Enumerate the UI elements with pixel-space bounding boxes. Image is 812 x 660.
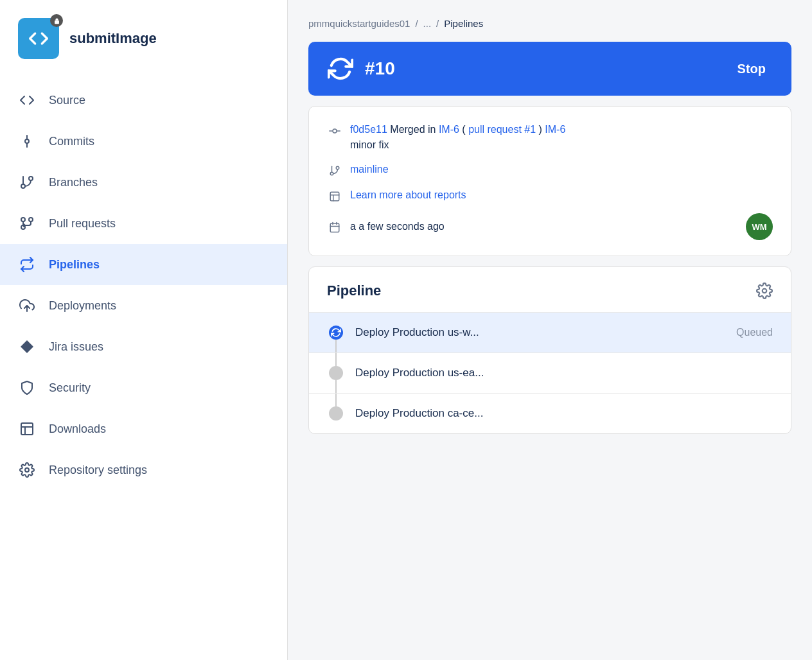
info-card: f0d5e11 Merged in IM-6 ( pull request #1… bbox=[308, 106, 791, 256]
stop-button[interactable]: Stop bbox=[730, 58, 773, 80]
sidebar-item-security[interactable]: Security bbox=[0, 367, 287, 408]
sidebar-nav: Source Commits Branches bbox=[0, 80, 287, 491]
reports-icon bbox=[327, 189, 342, 204]
sidebar-item-downloads-label: Downloads bbox=[49, 422, 106, 436]
pipeline-step-1[interactable]: Deploy Production us-w... Queued bbox=[309, 312, 791, 352]
security-icon bbox=[18, 379, 36, 397]
reports-info: Learn more about reports bbox=[350, 187, 466, 203]
step-2-label: Deploy Production us-ea... bbox=[355, 367, 763, 379]
breadcrumb: pmmquickstartguides01 / ... / Pipelines bbox=[308, 18, 791, 29]
pipeline-card: Pipeline bbox=[308, 266, 791, 434]
svg-marker-12 bbox=[21, 340, 33, 353]
sidebar-item-branches[interactable]: Branches bbox=[0, 162, 287, 203]
jira-icon bbox=[18, 338, 36, 356]
pipeline-header-card: #10 Stop bbox=[308, 42, 791, 96]
source-icon bbox=[18, 91, 36, 109]
branch-row: mainline bbox=[327, 162, 773, 178]
commit-row: f0d5e11 Merged in IM-6 ( pull request #1… bbox=[327, 122, 773, 153]
step-dot-pending-3 bbox=[329, 406, 343, 421]
breadcrumb-org[interactable]: pmmquickstartguides01 bbox=[308, 18, 410, 29]
timestamp-row: a a few seconds ago WM bbox=[327, 213, 773, 240]
pipeline-card-header: Pipeline bbox=[309, 282, 791, 312]
commit-desc: minor fix bbox=[350, 139, 389, 150]
sidebar-item-deployments-label: Deployments bbox=[49, 299, 116, 313]
pipeline-settings-button[interactable] bbox=[756, 282, 773, 299]
svg-point-16 bbox=[25, 468, 29, 472]
sidebar-item-pull-requests[interactable]: Pull requests bbox=[0, 203, 287, 244]
sidebar-item-pipelines-label: Pipelines bbox=[49, 258, 100, 272]
repo-settings-icon bbox=[18, 461, 36, 479]
svg-rect-0 bbox=[55, 20, 59, 24]
step-dot-container-2 bbox=[327, 366, 345, 380]
step-1-label: Deploy Production us-w... bbox=[355, 326, 726, 339]
branch-info: mainline bbox=[350, 162, 389, 177]
sidebar-item-jira-issues-label: Jira issues bbox=[49, 340, 103, 354]
svg-rect-13 bbox=[21, 423, 33, 435]
step-dot-pending-2 bbox=[329, 366, 343, 380]
commit-merged-text: Merged in bbox=[390, 124, 439, 135]
sidebar-item-source-label: Source bbox=[49, 94, 85, 107]
repo-name: submitImage bbox=[69, 30, 157, 47]
sidebar-item-repository-settings-label: Repository settings bbox=[49, 464, 147, 477]
branch-link[interactable]: mainline bbox=[350, 164, 389, 175]
sidebar-item-downloads[interactable]: Downloads bbox=[0, 408, 287, 449]
pr-link[interactable]: pull request #1 bbox=[468, 124, 536, 135]
sidebar-item-pull-requests-label: Pull requests bbox=[49, 217, 116, 230]
sidebar-item-commits[interactable]: Commits bbox=[0, 121, 287, 162]
sidebar-item-jira-issues[interactable]: Jira issues bbox=[0, 326, 287, 367]
pullrequests-icon bbox=[18, 214, 36, 232]
step-1-status: Queued bbox=[736, 327, 773, 338]
step-dot-running bbox=[329, 326, 343, 340]
breadcrumb-current: Pipelines bbox=[444, 18, 483, 29]
pipeline-card-title: Pipeline bbox=[327, 282, 381, 299]
reports-link[interactable]: Learn more about reports bbox=[350, 189, 466, 200]
svg-rect-23 bbox=[330, 192, 339, 201]
breadcrumb-sep2: / bbox=[436, 18, 439, 29]
commits-icon bbox=[18, 132, 36, 150]
sidebar-item-branches-label: Branches bbox=[49, 176, 98, 189]
pr-paren-close: ) bbox=[539, 124, 542, 135]
pipeline-step-3[interactable]: Deploy Production ca-ce... bbox=[309, 393, 791, 433]
commit-icon bbox=[327, 123, 342, 139]
reports-row: Learn more about reports bbox=[327, 187, 773, 204]
pipeline-steps: Deploy Production us-w... Queued Deploy … bbox=[309, 312, 791, 433]
svg-rect-26 bbox=[330, 223, 339, 232]
sidebar-item-deployments[interactable]: Deployments bbox=[0, 285, 287, 326]
commit-hash-link[interactable]: f0d5e11 bbox=[350, 124, 387, 135]
pipeline-header-left: #10 bbox=[326, 55, 395, 83]
svg-point-30 bbox=[763, 289, 767, 293]
svg-point-17 bbox=[333, 129, 337, 133]
pipeline-number: #10 bbox=[365, 58, 395, 79]
sidebar: submitImage Source Commits bbox=[0, 0, 288, 660]
deployments-icon bbox=[18, 297, 36, 315]
step-3-label: Deploy Production ca-ce... bbox=[355, 407, 763, 420]
branches-icon bbox=[18, 173, 36, 191]
step-dot-container-3 bbox=[327, 406, 345, 421]
pipeline-step-2[interactable]: Deploy Production us-ea... bbox=[309, 352, 791, 393]
pipeline-running-icon bbox=[326, 55, 355, 83]
timestamp-icon bbox=[327, 220, 342, 235]
sidebar-item-security-label: Security bbox=[49, 381, 91, 395]
branch-link1[interactable]: IM-6 bbox=[439, 124, 459, 135]
sidebar-item-source[interactable]: Source bbox=[0, 80, 287, 121]
lock-badge bbox=[50, 14, 63, 27]
lock-icon bbox=[53, 17, 60, 24]
breadcrumb-sep1: / bbox=[415, 18, 418, 29]
code-icon bbox=[28, 28, 49, 49]
sidebar-item-repository-settings[interactable]: Repository settings bbox=[0, 449, 287, 491]
commit-info: f0d5e11 Merged in IM-6 ( pull request #1… bbox=[350, 122, 565, 153]
branch-link2[interactable]: IM-6 bbox=[545, 124, 565, 135]
step-dot-container-1 bbox=[327, 326, 345, 340]
gear-icon bbox=[756, 282, 773, 299]
timestamp: a a few seconds ago bbox=[350, 221, 445, 232]
breadcrumb-ellipsis: ... bbox=[423, 18, 432, 29]
main-content: pmmquickstartguides01 / ... / Pipelines … bbox=[288, 0, 812, 660]
pipelines-icon bbox=[18, 256, 36, 274]
downloads-icon bbox=[18, 420, 36, 438]
sidebar-item-commits-label: Commits bbox=[49, 135, 94, 148]
branch-row-icon bbox=[327, 163, 342, 178]
avatar: WM bbox=[746, 213, 773, 240]
sidebar-item-pipelines[interactable]: Pipelines bbox=[0, 244, 287, 285]
pr-paren-open: ( bbox=[462, 124, 465, 135]
repo-icon bbox=[18, 18, 59, 59]
